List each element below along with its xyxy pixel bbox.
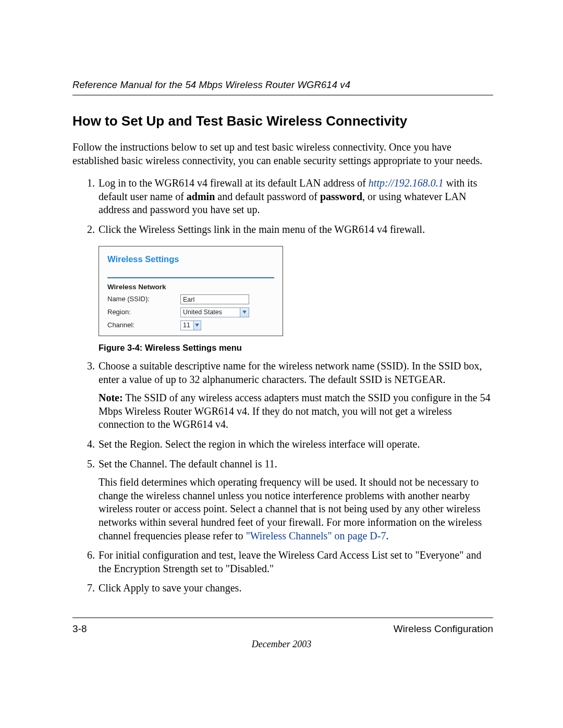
step-4-text: Set the Region. Select the region in whi… [99,438,420,450]
footer-date: December 2003 [0,639,563,650]
document-page: Reference Manual for the 54 Mbps Wireles… [0,0,563,728]
figure-3-4: Wireless Settings Wireless Network Name … [99,246,493,353]
step-1-text-c: and default password of [215,191,320,202]
step-3-note: The SSID of any wireless access adapters… [99,392,491,430]
step-4: Set the Region. Select the region in whi… [97,438,493,451]
channel-value: 11 [181,321,193,329]
running-header: Reference Manual for the 54 Mbps Wireles… [72,79,493,95]
step-7-text: Click Apply to save your changes. [99,582,241,594]
footer-line: 3-8 Wireless Configuration [72,623,493,635]
wireless-settings-divider [107,277,274,278]
chevron-down-icon [240,308,249,317]
wireless-network-label: Wireless Network [107,282,274,291]
page-title: How to Set Up and Test Basic Wireless Co… [72,113,493,129]
step-2-text: Click the Wireless Settings link in the … [99,224,425,235]
admin-credential: admin [187,191,215,202]
step-3-text: Choose a suitable descriptive name for t… [99,360,482,385]
figure-caption: Figure 3-4: Wireless Settings menu [99,342,493,353]
wireless-settings-screenshot: Wireless Settings Wireless Network Name … [99,246,283,336]
ssid-row: Name (SSID): Earl [107,294,274,304]
password-credential: password [320,191,362,202]
channel-select[interactable]: 11 [180,320,201,330]
ssid-label: Name (SSID): [107,295,180,304]
step-3: Choose a suitable descriptive name for t… [97,360,493,431]
page-number: 3-8 [72,623,87,635]
channel-label: Channel: [107,321,180,330]
step-6-text: For initial configuration and test, leav… [99,549,481,574]
region-row: Region: United States [107,307,274,317]
channel-row: Channel: 11 [107,320,274,330]
ssid-input[interactable]: Earl [180,294,249,304]
step-5: Set the Channel. The default channel is … [97,458,493,543]
instruction-list: Log in to the WGR614 v4 firewall at its … [72,177,493,595]
step-1: Log in to the WGR614 v4 firewall at its … [97,177,493,217]
region-label: Region: [107,308,180,317]
wireless-settings-heading: Wireless Settings [107,254,274,265]
chevron-down-icon [193,321,201,330]
intro-paragraph: Follow the instructions below to set up … [72,141,493,167]
step-5-text: Set the Channel. The default channel is … [99,458,277,470]
wireless-channels-crossref[interactable]: "Wireless Channels" on page D-7 [246,530,386,541]
step-2: Click the Wireless Settings link in the … [97,223,493,353]
region-select[interactable]: United States [180,307,249,317]
footer-rule [72,618,493,618]
step-5-para-b: . [386,530,388,541]
note-label: Note: [99,392,123,403]
step-1-text-a: Log in to the WGR614 v4 firewall at its … [99,177,369,189]
default-lan-link[interactable]: http://192.168.0.1 [369,177,444,189]
step-6: For initial configuration and test, leav… [97,549,493,575]
region-value: United States [181,308,225,316]
step-7: Click Apply to save your changes. [97,582,493,595]
footer-section: Wireless Configuration [394,623,493,635]
